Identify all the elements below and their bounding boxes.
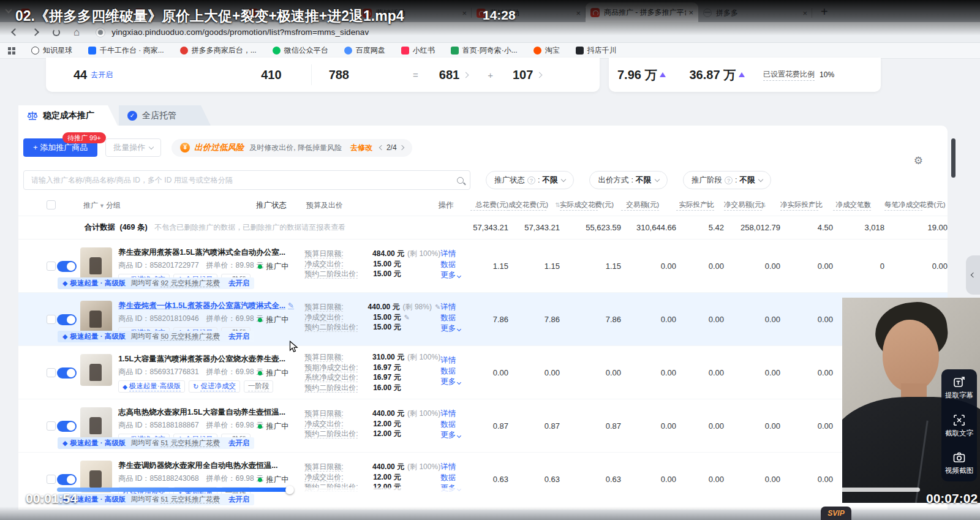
- chevron-right-icon[interactable]: [463, 72, 469, 78]
- extract-subtitles-button[interactable]: 提取字幕: [945, 375, 973, 400]
- capture-text-button[interactable]: 截取文字: [945, 413, 973, 438]
- banner-enable-link[interactable]: 去开启: [228, 439, 250, 448]
- progress-handle[interactable]: [285, 486, 294, 494]
- sortable-column[interactable]: 净成交笔数⇅: [833, 200, 884, 211]
- gear-icon[interactable]: ⚙: [914, 154, 923, 167]
- action-detail[interactable]: 详情: [440, 462, 470, 473]
- trend-up-icon: [739, 72, 745, 77]
- action-data[interactable]: 数据: [440, 260, 470, 271]
- product-title[interactable]: 1.5L大容量蒸汽喷淋煮茶器办公室烧水壶养生壶...: [118, 354, 258, 364]
- tag-speed-boost-premium[interactable]: ◆极速起量·高级版: [118, 380, 185, 393]
- sortable-column[interactable]: 实际投产比⇅: [676, 200, 724, 211]
- pager-next-icon[interactable]: [399, 145, 404, 150]
- action-data[interactable]: 数据: [440, 313, 470, 324]
- tab-full-store-hosting[interactable]: ✓ 全店托管: [119, 105, 211, 126]
- new-tab-button[interactable]: +: [821, 4, 828, 20]
- banner-enable-link[interactable]: 去开启: [228, 332, 250, 341]
- stat-value[interactable]: 107: [513, 68, 533, 82]
- promo-toggle[interactable]: [57, 367, 77, 379]
- search-icon[interactable]: [457, 177, 464, 184]
- sortable-column[interactable]: 净实际投产比⇅: [780, 200, 833, 211]
- promo-toggle[interactable]: [57, 314, 77, 325]
- action-more[interactable]: 更多: [440, 430, 470, 441]
- select-all-checkbox[interactable]: [47, 200, 56, 209]
- browser-tab[interactable]: 拼多多×: [698, 4, 812, 22]
- search-input[interactable]: [30, 175, 457, 185]
- bookmark-icon: [451, 47, 459, 55]
- batch-actions-button[interactable]: 批量操作: [105, 138, 161, 157]
- filter-funnel-icon[interactable]: ▼: [99, 203, 105, 209]
- action-data[interactable]: 数据: [440, 473, 470, 484]
- tab-stable-cost-promo[interactable]: 稳定成本推广: [18, 105, 118, 126]
- promo-toggle[interactable]: [57, 474, 77, 485]
- edit-icon[interactable]: ✎: [435, 302, 440, 312]
- row-checkbox[interactable]: [47, 421, 56, 431]
- action-more[interactable]: 更多: [440, 377, 470, 388]
- action-detail[interactable]: 详情: [440, 249, 470, 260]
- filter-promo-status[interactable]: 推广状态?: 不限: [486, 171, 574, 189]
- action-detail[interactable]: 详情: [440, 355, 470, 366]
- row-checkbox[interactable]: [47, 475, 56, 484]
- bookmark[interactable]: 百度网盘: [344, 45, 385, 56]
- enable-link[interactable]: 去开启: [91, 70, 113, 80]
- bookmark[interactable]: 千牛工作台 · 商家...: [88, 45, 164, 56]
- edit-icon[interactable]: ✎: [404, 312, 410, 323]
- bookmark[interactable]: 微信公众平台: [273, 45, 328, 56]
- tag-promote-net-deal[interactable]: ↻促进净成交: [189, 380, 240, 393]
- action-data[interactable]: 数据: [440, 420, 470, 431]
- tab-close-icon[interactable]: ×: [802, 9, 807, 18]
- banner-enable-link[interactable]: 去开启: [228, 495, 250, 504]
- browser-tab-active[interactable]: 商品推广 - 拼多多推广平台×: [586, 2, 698, 22]
- url-text[interactable]: yingxiao.pinduoduo.com/goods/promotion/l…: [111, 28, 369, 37]
- bookmark[interactable]: 首页·阿奇索·小...: [451, 45, 518, 56]
- sortable-column[interactable]: 成交花费(元)⇅: [508, 200, 560, 211]
- product-title[interactable]: 志高电热烧水壶家用1.5L大容量自动养生壶恒温...: [118, 407, 258, 418]
- filter-bid-mode[interactable]: 出价方式: 不限: [589, 171, 667, 189]
- home-icon[interactable]: ⌂: [74, 26, 80, 39]
- promo-toggle[interactable]: [57, 421, 77, 432]
- collapse-handle[interactable]: [966, 255, 980, 295]
- scrollbar-thumb[interactable]: [951, 138, 956, 178]
- sortable-column[interactable]: 净交易额(元)⇅: [724, 200, 780, 211]
- apps-grid-icon[interactable]: [8, 47, 15, 55]
- fix-bid-link[interactable]: 去修改: [350, 143, 372, 153]
- sortable-column[interactable]: 每笔净成交花费(元)⇅: [884, 200, 948, 211]
- reload-icon[interactable]: [53, 29, 60, 36]
- tab-close-icon[interactable]: ×: [462, 9, 467, 18]
- bookmark[interactable]: 小红书: [401, 45, 435, 56]
- banner-enable-link[interactable]: 去开启: [228, 279, 250, 288]
- bookmark[interactable]: 知识星球: [31, 45, 72, 56]
- bookmark[interactable]: 淘宝: [533, 45, 560, 56]
- tab-close-icon[interactable]: ×: [576, 9, 581, 18]
- action-more[interactable]: 更多: [440, 323, 470, 334]
- product-title[interactable]: 养生壶炖煮一体1.5L煮茶器办公室蒸汽喷淋式全...✎: [118, 301, 258, 311]
- video-progress-bar[interactable]: [57, 488, 920, 492]
- site-info-icon[interactable]: [96, 28, 105, 37]
- search-box[interactable]: [23, 170, 470, 190]
- sortable-column[interactable]: 实际成交花费(元)⇅: [560, 200, 621, 211]
- action-detail[interactable]: 详情: [440, 302, 470, 313]
- bookmark[interactable]: 抖店千川: [576, 45, 617, 56]
- action-detail[interactable]: 详情: [440, 409, 470, 420]
- sortable-column[interactable]: 总花费(元)⇅: [470, 200, 508, 211]
- row-checkbox[interactable]: [47, 262, 56, 271]
- bookmark[interactable]: 拼多多商家后台，...: [180, 45, 257, 56]
- filter-promo-stage[interactable]: 推广阶段?: 不限: [683, 171, 771, 189]
- stat-value[interactable]: 681: [439, 68, 459, 82]
- forward-icon[interactable]: [31, 28, 39, 36]
- back-icon[interactable]: [11, 28, 19, 36]
- product-title[interactable]: 养生壶调奶器烧水壶家用全自动电热水壶恒温...: [118, 461, 258, 471]
- tab-search-chevron-icon[interactable]: [5, 6, 12, 13]
- action-data[interactable]: 数据: [440, 366, 470, 377]
- svip-badge[interactable]: SVIP: [821, 507, 851, 520]
- tab-close-icon[interactable]: ×: [688, 8, 693, 17]
- sortable-column[interactable]: 交易额(元)⇅: [621, 200, 676, 211]
- promo-toggle[interactable]: [57, 261, 77, 272]
- product-title[interactable]: 养生壶家用煮茶器1.5L蒸汽喷淋式全自动办公室...: [118, 247, 258, 258]
- pager-prev-icon[interactable]: [379, 145, 384, 150]
- video-screenshot-button[interactable]: 视频截图: [945, 451, 973, 475]
- chevron-right-icon[interactable]: [537, 72, 543, 78]
- action-more[interactable]: 更多: [440, 270, 470, 281]
- row-checkbox[interactable]: [47, 368, 56, 377]
- row-checkbox[interactable]: [47, 315, 56, 324]
